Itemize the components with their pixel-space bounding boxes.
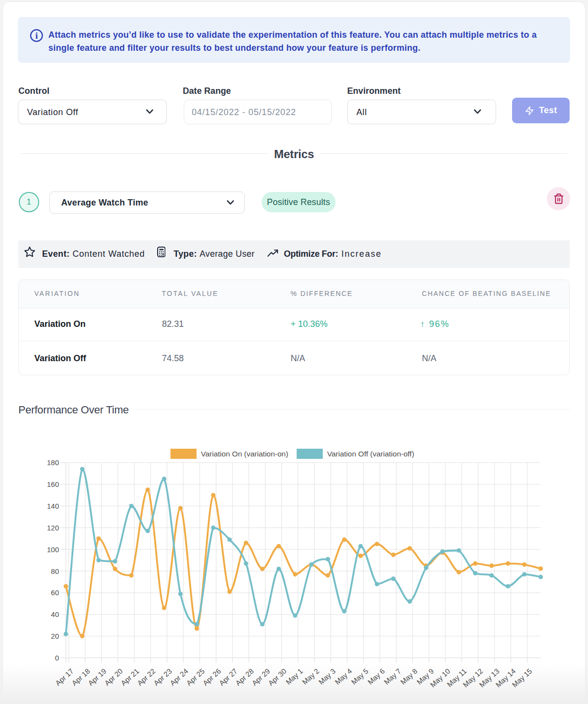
svg-text:120: 120	[47, 524, 59, 532]
svg-text:May 1: May 1	[284, 667, 305, 686]
svg-text:May 4: May 4	[333, 667, 353, 686]
svg-text:Apr 21: Apr 21	[119, 667, 140, 687]
svg-text:60: 60	[51, 588, 59, 597]
svg-text:Variation On (variation-on): Variation On (variation-on)	[201, 450, 289, 458]
svg-text:May 6: May 6	[366, 667, 386, 686]
svg-text:Variation Off (variation-off): Variation Off (variation-off)	[327, 450, 414, 458]
svg-text:20: 20	[51, 632, 59, 640]
svg-text:May 5: May 5	[350, 667, 370, 686]
svg-text:0: 0	[55, 654, 59, 662]
svg-text:Apr 20: Apr 20	[103, 667, 124, 687]
svg-text:Apr 23: Apr 23	[152, 667, 173, 687]
svg-text:Apr 29: Apr 29	[250, 667, 271, 687]
svg-text:Apr 28: Apr 28	[234, 667, 255, 687]
svg-text:May 8: May 8	[399, 667, 419, 686]
svg-text:Apr 26: Apr 26	[201, 667, 222, 687]
svg-text:Apr 19: Apr 19	[87, 667, 108, 687]
svg-text:May 7: May 7	[382, 667, 403, 686]
svg-text:Apr 18: Apr 18	[70, 667, 91, 687]
svg-text:Apr 30: Apr 30	[266, 667, 288, 687]
svg-text:Apr 17: Apr 17	[54, 667, 75, 687]
svg-text:80: 80	[51, 567, 59, 575]
svg-text:i: i	[35, 30, 38, 41]
svg-text:May 3: May 3	[317, 667, 337, 686]
svg-text:May 2: May 2	[300, 667, 321, 686]
svg-text:Apr 27: Apr 27	[218, 667, 239, 687]
svg-text:Apr 25: Apr 25	[185, 667, 206, 687]
svg-text:160: 160	[47, 480, 59, 488]
svg-text:180: 180	[47, 458, 59, 467]
svg-text:40: 40	[51, 610, 59, 618]
svg-text:140: 140	[47, 502, 59, 510]
svg-text:Apr 22: Apr 22	[135, 667, 157, 687]
svg-text:100: 100	[47, 545, 59, 554]
svg-text:Apr 24: Apr 24	[168, 667, 190, 687]
